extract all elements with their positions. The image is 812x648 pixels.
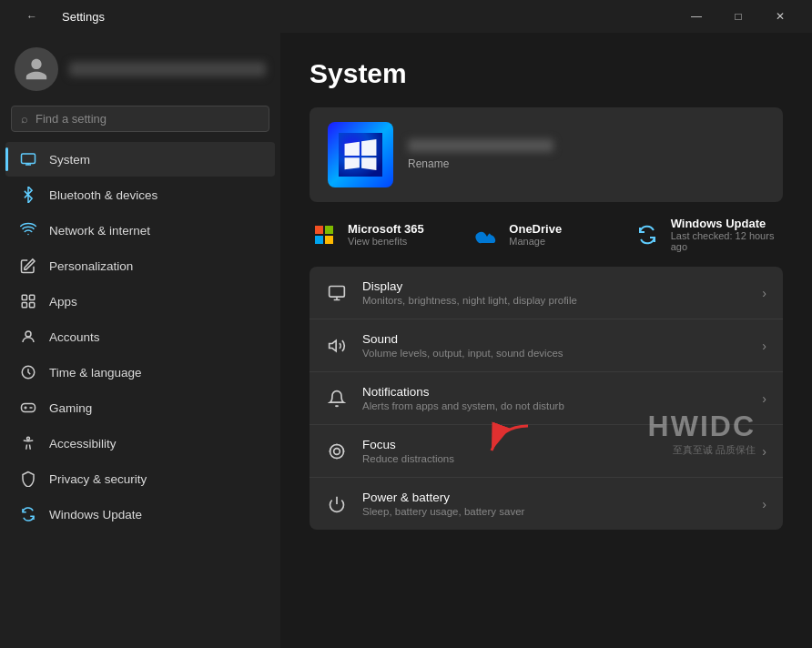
profile-card-name <box>408 139 553 152</box>
rename-link: Rename <box>408 157 765 170</box>
search-bar[interactable]: ⌕ <box>11 106 269 132</box>
microsoft365-title: Microsoft 365 <box>348 222 424 236</box>
settings-item-power[interactable]: Power & battery Sleep, battery usage, ba… <box>310 478 783 530</box>
sidebar-item-label: Time & language <box>49 366 142 380</box>
settings-item-sound[interactable]: Sound Volume levels, output, input, soun… <box>310 319 783 372</box>
svg-rect-14 <box>330 286 345 297</box>
sidebar-item-apps[interactable]: Apps <box>5 284 275 319</box>
sidebar-item-label: Personalization <box>49 259 133 273</box>
sidebar-item-label: Privacy & security <box>49 472 147 486</box>
gaming-icon <box>20 400 36 416</box>
bluetooth-icon <box>20 187 36 203</box>
display-sub: Monitors, brightness, night light, displ… <box>362 295 747 306</box>
chevron-right-icon: › <box>762 339 766 353</box>
settings-item-focus[interactable]: Focus Reduce distractions › <box>310 425 783 478</box>
focus-text: Focus Reduce distractions <box>362 438 747 464</box>
accessibility-icon <box>20 435 36 451</box>
system-icon <box>20 151 36 167</box>
svg-rect-12 <box>315 236 323 244</box>
sound-sub: Volume levels, output, input, sound devi… <box>362 348 747 359</box>
svg-rect-0 <box>22 154 36 164</box>
sidebar-item-accounts[interactable]: Accounts <box>5 319 275 354</box>
windows_update-text: Windows Update Last checked: 12 hours ag… <box>671 217 783 252</box>
window-controls: — □ ✕ <box>675 0 801 33</box>
close-button[interactable]: ✕ <box>759 0 801 33</box>
maximize-button[interactable]: □ <box>717 0 759 33</box>
sidebar-item-label: Network & internet <box>49 224 150 238</box>
chevron-right-icon: › <box>762 391 766 406</box>
svg-point-8 <box>27 437 30 440</box>
sidebar-item-label: Gaming <box>49 401 92 415</box>
svg-rect-2 <box>30 295 35 299</box>
sound-title: Sound <box>362 332 747 346</box>
search-input[interactable] <box>36 112 259 126</box>
time-icon <box>20 364 36 380</box>
sidebar-item-time[interactable]: Time & language <box>5 355 275 390</box>
power-sub: Sleep, battery usage, battery saver <box>362 506 747 517</box>
microsoft365-text: Microsoft 365 View benefits <box>348 222 424 247</box>
power-icon <box>326 493 348 515</box>
settings-item-display[interactable]: Display Monitors, brightness, night ligh… <box>310 267 783 319</box>
titlebar-left: ← Settings <box>11 0 105 33</box>
apps-icon <box>20 293 36 309</box>
microsoft365-icon <box>310 220 339 249</box>
profile-name-blur <box>69 62 266 76</box>
onedrive-sub: Manage <box>509 236 562 247</box>
display-text: Display Monitors, brightness, night ligh… <box>362 279 747 306</box>
display-icon <box>326 282 348 304</box>
quick-link-onedrive[interactable]: OneDrive Manage <box>471 217 621 252</box>
svg-marker-15 <box>330 340 337 351</box>
back-button[interactable]: ← <box>11 0 53 33</box>
sidebar-item-system[interactable]: System <box>5 142 275 177</box>
profile-card-avatar <box>328 122 393 187</box>
sidebar-item-label: Bluetooth & devices <box>49 188 157 202</box>
focus-sub: Reduce distractions <box>362 453 747 464</box>
minimize-button[interactable]: — <box>675 0 717 33</box>
svg-point-17 <box>334 448 340 454</box>
svg-rect-4 <box>30 303 35 308</box>
sidebar-item-personalization[interactable]: Personalization <box>5 248 275 283</box>
sidebar-profile <box>0 33 280 102</box>
settings-item-notifications[interactable]: Notifications Alerts from apps and syste… <box>310 372 783 425</box>
svg-rect-13 <box>325 236 333 244</box>
sidebar-item-network[interactable]: Network & internet <box>5 213 275 248</box>
sidebar-item-label: Accessibility <box>49 437 117 451</box>
sidebar-item-gaming[interactable]: Gaming <box>5 390 275 425</box>
sidebar-item-accessibility[interactable]: Accessibility <box>5 426 275 461</box>
sidebar-item-label: Apps <box>49 295 77 309</box>
power-text: Power & battery Sleep, battery usage, ba… <box>362 491 747 517</box>
profile-card-info: Rename <box>408 139 765 170</box>
onedrive-title: OneDrive <box>509 222 562 236</box>
svg-rect-3 <box>22 303 26 308</box>
svg-point-16 <box>330 444 344 458</box>
focus-icon <box>326 440 348 462</box>
personalization-icon <box>20 258 36 274</box>
profile-card: Rename <box>310 107 783 202</box>
svg-rect-1 <box>22 295 26 299</box>
sidebar-item-label: System <box>49 153 90 167</box>
sidebar-item-privacy[interactable]: Privacy & security <box>5 461 275 496</box>
notifications-icon <box>326 388 348 410</box>
svg-rect-10 <box>315 226 323 234</box>
windows_update-icon <box>633 220 662 249</box>
sound-icon <box>326 335 348 357</box>
sidebar-item-update[interactable]: Windows Update <box>5 497 275 532</box>
chevron-right-icon: › <box>762 286 766 300</box>
avatar <box>15 47 58 91</box>
sidebar-item-bluetooth[interactable]: Bluetooth & devices <box>5 177 275 212</box>
privacy-icon <box>20 471 36 487</box>
notifications-sub: Alerts from apps and system, do not dist… <box>362 400 747 411</box>
quick-links: Microsoft 365 View benefits OneDrive Man… <box>310 217 783 252</box>
sidebar: ⌕ System Bluetooth & devices Network & i… <box>0 33 280 648</box>
microsoft365-sub: View benefits <box>348 236 424 247</box>
power-title: Power & battery <box>362 491 747 504</box>
svg-rect-11 <box>325 226 333 234</box>
quick-link-microsoft365[interactable]: Microsoft 365 View benefits <box>310 217 460 252</box>
svg-point-5 <box>25 331 31 337</box>
network-icon <box>20 222 36 238</box>
chevron-right-icon: › <box>762 497 766 511</box>
quick-link-windows_update[interactable]: Windows Update Last checked: 12 hours ag… <box>633 217 783 252</box>
titlebar: ← Settings — □ ✕ <box>0 0 812 33</box>
sidebar-nav: System Bluetooth & devices Network & int… <box>0 141 280 532</box>
notifications-text: Notifications Alerts from apps and syste… <box>362 385 747 411</box>
